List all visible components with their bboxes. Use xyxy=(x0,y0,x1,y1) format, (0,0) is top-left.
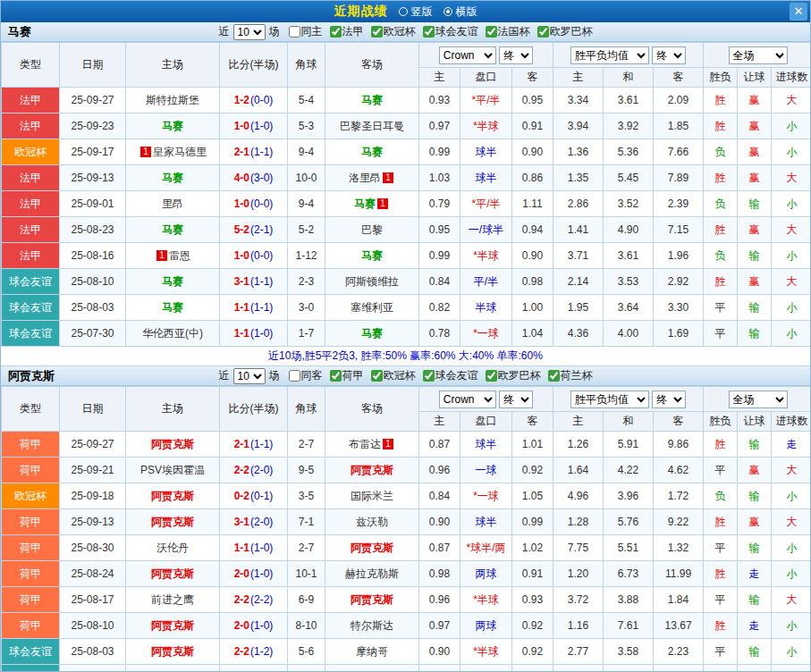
league-filter[interactable]: 球会友谊 xyxy=(423,24,478,39)
league-filter-group: 同主法甲欧冠杯球会友谊法国杯欧罗巴杯 xyxy=(283,24,593,39)
league-filter[interactable]: 荷甲 xyxy=(330,368,364,383)
wdl-draw-cell: 4.22 xyxy=(604,458,654,483)
wdl-average-select[interactable]: 胜平负均值 xyxy=(570,391,649,408)
team-name: 阿斯顿维拉 xyxy=(345,275,399,288)
filter-checkbox[interactable] xyxy=(537,26,549,38)
col-result: 胜负 xyxy=(704,68,738,88)
layout-radio-vertical[interactable]: 竖版 xyxy=(399,4,433,20)
handicap-result-cell: 输 xyxy=(738,639,772,665)
wdl-away-cell: 1.32 xyxy=(654,535,704,561)
red-card-badge: 1 xyxy=(383,172,393,183)
away-team-cell: 阿贾克斯 xyxy=(325,535,419,561)
filter-checkbox[interactable] xyxy=(330,26,342,38)
col-odds-away: 客 xyxy=(512,412,553,432)
filter-checkbox[interactable] xyxy=(423,26,435,38)
filter-checkbox[interactable] xyxy=(548,370,560,382)
team-name: 沃伦丹 xyxy=(156,542,189,554)
corner-cell: 3-5 xyxy=(288,483,325,509)
result-cell: 胜 xyxy=(704,217,738,243)
handicap-line-cell: 一/球半 xyxy=(460,217,512,243)
final-odds-select[interactable]: 终 xyxy=(499,46,533,64)
filter-checkbox[interactable] xyxy=(289,26,300,38)
team-name: 马赛 xyxy=(8,24,31,40)
bookmaker-select[interactable]: Crown xyxy=(439,391,496,408)
home-team-cell: 马赛 xyxy=(126,113,220,139)
corner-cell: 3-2 xyxy=(288,665,325,672)
filter-checkbox[interactable] xyxy=(330,370,342,382)
filter-label: 球会友谊 xyxy=(435,368,478,383)
league-filter[interactable]: 欧冠杯 xyxy=(371,24,416,39)
match-count-select[interactable]: 10 xyxy=(233,24,266,40)
bookmaker-select[interactable]: Crown xyxy=(439,46,496,64)
fulltime-score: 0-2 xyxy=(234,490,249,502)
team-name: PSV埃因霍温 xyxy=(140,464,205,476)
wdl-home-cell: 3.71 xyxy=(553,243,604,269)
halftime-score: (1-1) xyxy=(250,275,273,288)
home-team-cell: 沃伦丹 xyxy=(126,535,220,561)
away-team-cell: 国际米兰 xyxy=(325,483,419,509)
odds-home-cell: 0.95 xyxy=(419,217,460,243)
team-name: 特尔斯达 xyxy=(351,619,393,632)
match-scope-select[interactable]: 全场 xyxy=(729,46,788,64)
result-cell: 平 xyxy=(704,321,738,347)
league-filter[interactable]: 同主 xyxy=(289,24,323,39)
close-icon[interactable]: ✕ xyxy=(790,3,807,21)
league-filter[interactable]: 欧罗巴杯 xyxy=(537,24,593,39)
team-name: 马赛 xyxy=(162,223,183,236)
halftime-score: (0-1) xyxy=(250,490,273,502)
away-team-cell: 马赛 xyxy=(325,88,419,113)
league-filter[interactable]: 欧冠杯 xyxy=(371,368,416,383)
match-row: 欧冠杯25-09-18阿贾克斯0-2(0-1)3-5国际米兰0.84*一球1.0… xyxy=(2,483,811,509)
home-team-cell: 阿贾克斯 xyxy=(126,613,220,639)
col-wdl-away: 客 xyxy=(654,412,704,432)
corner-cell: 5-2 xyxy=(288,217,325,243)
league-cell: 法甲 xyxy=(2,243,60,269)
fulltime-score: 1-0 xyxy=(234,197,249,210)
away-team-cell: 阿斯顿维拉 xyxy=(325,269,419,295)
wdl-draw-cell: 5.91 xyxy=(604,432,654,458)
final-odds-select[interactable]: 终 xyxy=(652,46,686,64)
filter-checkbox[interactable] xyxy=(289,370,300,382)
league-filter[interactable]: 荷兰杯 xyxy=(548,368,593,383)
match-scope-select[interactable]: 全场 xyxy=(729,391,788,408)
filter-checkbox[interactable] xyxy=(486,370,497,382)
league-cell: 荷甲 xyxy=(2,561,60,587)
league-filter[interactable]: 法国杯 xyxy=(486,24,530,39)
match-row: 法甲25-09-23马赛1-0(1-0)5-3巴黎圣日耳曼0.97*半球0.91… xyxy=(2,113,811,139)
filter-checkbox[interactable] xyxy=(371,26,383,38)
col-goals: 进球数 xyxy=(772,412,811,432)
wdl-draw-cell: 3.96 xyxy=(604,483,654,509)
team-name: 阿贾克斯 xyxy=(351,593,393,606)
team-section-header: 阿贾克斯 近 10 场 同客荷甲欧冠杯球会友谊欧罗巴杯荷兰杯 xyxy=(1,366,810,386)
radio-icon xyxy=(399,7,408,16)
fulltime-score: 5-2 xyxy=(234,223,249,236)
filter-checkbox[interactable] xyxy=(371,370,383,382)
final-odds-select[interactable]: 终 xyxy=(652,391,686,408)
league-filter[interactable]: 同客 xyxy=(289,368,323,383)
col-date: 日期 xyxy=(60,387,126,432)
halftime-score: (0-0) xyxy=(250,249,273,262)
match-count-select[interactable]: 10 xyxy=(233,368,266,384)
halftime-score: (1-0) xyxy=(250,619,273,632)
league-cell: 荷甲 xyxy=(2,458,60,483)
date-cell: 25-08-23 xyxy=(60,217,126,243)
team-name: 马赛 xyxy=(162,172,183,184)
league-filter[interactable]: 欧罗巴杯 xyxy=(486,368,541,383)
league-filter[interactable]: 法甲 xyxy=(330,24,364,39)
odds-home-cell: 0.84 xyxy=(419,269,460,295)
home-team-cell: 科木 xyxy=(126,665,220,672)
match-row: 球会友谊25-08-10马赛3-1(1-1)2-3阿斯顿维拉0.84平/半0.9… xyxy=(2,269,811,295)
wdl-average-select[interactable]: 胜平负均值 xyxy=(570,46,649,64)
odds-away-cell: 0.91 xyxy=(512,113,553,139)
filter-checkbox[interactable] xyxy=(423,370,435,382)
final-odds-select[interactable]: 终 xyxy=(499,391,533,408)
halftime-score: (1-1) xyxy=(250,438,273,450)
filter-checkbox[interactable] xyxy=(486,26,497,38)
handicap-line-cell: *球半/两 xyxy=(460,535,512,561)
league-filter[interactable]: 球会友谊 xyxy=(423,368,478,383)
layout-radio-horizontal[interactable]: 横版 xyxy=(444,4,477,20)
recent-results-window: 近期战绩 竖版 横版 ✕ 马赛 近 10 场 同主法甲欧冠杯球会友谊法国杯欧罗巴… xyxy=(0,0,811,672)
fulltime-score: 1-1 xyxy=(234,542,249,554)
handicap-result-cell: 走 xyxy=(738,613,772,639)
date-cell: 25-07-28 xyxy=(60,665,126,672)
